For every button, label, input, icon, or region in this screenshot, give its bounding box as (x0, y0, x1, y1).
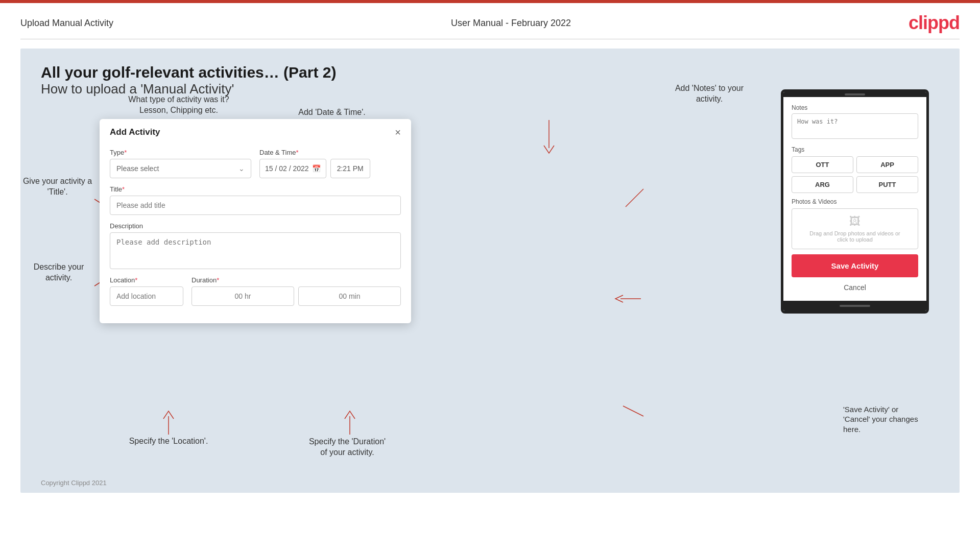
form-row-location-duration: Location* Duration* (110, 276, 401, 306)
calendar-icon: 📅 (312, 164, 321, 173)
tag-arg[interactable]: ARG (792, 176, 853, 193)
annotation-save: 'Save Activity' or'Cancel' your changesh… (843, 404, 955, 435)
time-value: 2:21 PM (337, 164, 364, 173)
duration-min-input[interactable] (298, 286, 401, 306)
svg-line-7 (626, 189, 643, 207)
tag-putt[interactable]: PUTT (856, 176, 918, 193)
title-label: Title* (110, 185, 401, 193)
location-label: Location* (110, 276, 183, 284)
type-placeholder: Please select (116, 164, 159, 173)
save-activity-button[interactable]: Save Activity (792, 254, 918, 277)
header-divider (20, 39, 960, 39)
phone-tags-label: Tags (792, 146, 918, 153)
phone-photos-label: Photos & Videos (792, 198, 918, 205)
datetime-label: Date & Time* (259, 149, 401, 156)
cancel-button[interactable]: Cancel (792, 281, 918, 294)
main-content-area: All your golf-relevant activities… (Part… (20, 49, 960, 493)
photos-drop-text: Drag and Drop photos and videos orclick … (798, 230, 912, 243)
annotation-notes: Add 'Notes' to youractivity. (663, 83, 755, 105)
form-group-duration: Duration* (192, 276, 401, 306)
annotation-title: Give your activity a'Title'. (15, 176, 100, 198)
annotation-duration: Specify the 'Duration'of your activity. (291, 437, 403, 458)
manual-label: User Manual - February 2022 (451, 18, 571, 29)
main-heading: All your golf-relevant activities… (Part… (41, 64, 939, 81)
phone-notes-textarea[interactable] (792, 113, 918, 139)
annotation-date-time: Add 'Date & Time'. (286, 107, 378, 118)
form-row-type-datetime: Type* Please select ⌄ Date & Time* 15 / … (110, 149, 401, 178)
duration-label: Duration* (192, 276, 401, 284)
description-textarea[interactable] (110, 232, 401, 269)
form-group-location: Location* (110, 276, 183, 306)
annotation-location: Specify the 'Location'. (115, 436, 222, 447)
dialog-header: Add Activity × (100, 119, 411, 143)
type-label: Type* (110, 149, 251, 156)
form-group-datetime: Date & Time* 15 / 02 / 2022 📅 2:21 PM (259, 149, 401, 178)
tag-app[interactable]: APP (856, 156, 918, 173)
tag-ott[interactable]: OTT (792, 156, 853, 173)
description-label: Description (110, 222, 401, 230)
date-value: 15 / 02 / 2022 (265, 164, 309, 173)
phone-panel: Notes Tags OTT APP ARG PUTT Photos & Vid… (781, 89, 929, 314)
duration-group (192, 286, 401, 306)
datetime-group: 15 / 02 / 2022 📅 2:21 PM (259, 159, 401, 178)
chevron-down-icon: ⌄ (238, 164, 245, 173)
footer-copyright: Copyright Clippd 2021 (41, 479, 107, 487)
dialog-body: Type* Please select ⌄ Date & Time* 15 / … (100, 143, 411, 323)
tags-grid: OTT APP ARG PUTT (792, 156, 918, 193)
phone-notes-label: Notes (792, 104, 918, 111)
dialog-close-button[interactable]: × (395, 127, 401, 137)
duration-hr-input[interactable] (192, 286, 294, 306)
header: Upload Manual Activity User Manual - Feb… (0, 3, 980, 39)
add-activity-dialog: Add Activity × Type* Please select ⌄ Dat (100, 119, 411, 323)
phone-inner: Notes Tags OTT APP ARG PUTT Photos & Vid… (783, 97, 926, 301)
svg-line-9 (623, 406, 643, 416)
logo: clippd (909, 12, 960, 34)
form-group-title: Title* (110, 185, 401, 215)
photo-icon: 🖼 (798, 215, 912, 228)
form-group-type: Type* Please select ⌄ (110, 149, 251, 178)
time-input[interactable]: 2:21 PM (330, 159, 370, 178)
type-select[interactable]: Please select ⌄ (110, 159, 251, 178)
annotation-activity-type: What type of activity was it?Lesson, Chi… (123, 94, 235, 116)
form-group-description: Description (110, 222, 401, 269)
dialog-title: Add Activity (110, 127, 160, 137)
date-input[interactable]: 15 / 02 / 2022 📅 (259, 159, 326, 178)
page-title: Upload Manual Activity (20, 18, 113, 29)
photos-drop-zone[interactable]: 🖼 Drag and Drop photos and videos orclic… (792, 208, 918, 249)
location-input[interactable] (110, 286, 183, 306)
title-input[interactable] (110, 196, 401, 215)
annotation-description: Describe youractivity. (18, 262, 100, 283)
